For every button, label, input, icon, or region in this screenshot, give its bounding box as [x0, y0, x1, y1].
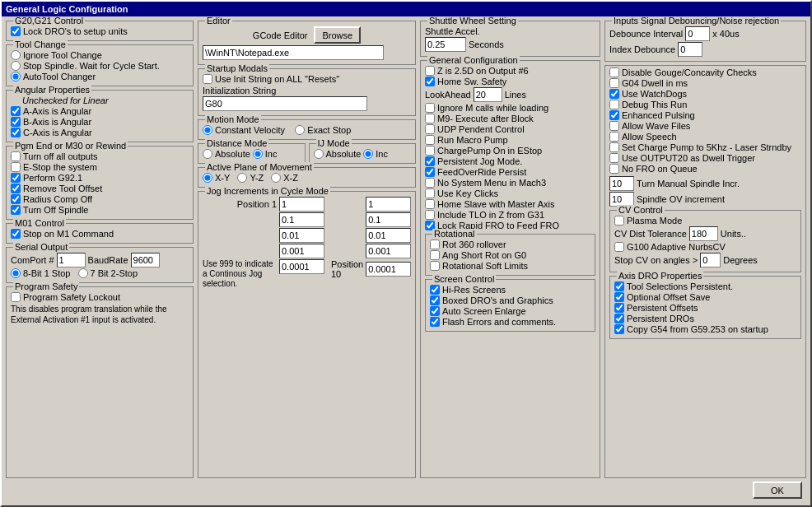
boxed-dros-checkbox[interactable]: [430, 295, 440, 305]
estop-checkbox[interactable]: [11, 162, 21, 172]
index-debounce-input[interactable]: [678, 42, 702, 57]
allow-wave-checkbox[interactable]: [609, 121, 619, 131]
jog-pos5-input[interactable]: [279, 259, 324, 274]
hires-screens-checkbox[interactable]: [430, 285, 440, 295]
lookahead-input[interactable]: [474, 87, 502, 102]
spindle-incr-input[interactable]: [609, 176, 634, 191]
stop-cv-input[interactable]: [700, 253, 721, 267]
udp-pendent-checkbox[interactable]: [425, 124, 435, 134]
no-fro-queue-checkbox[interactable]: [609, 164, 619, 174]
persistent-offsets-checkbox[interactable]: [614, 303, 624, 313]
persistent-jog-checkbox[interactable]: [425, 156, 435, 166]
no-system-menu-label: No System Menu in Mach3: [437, 178, 546, 188]
debounce-input[interactable]: [685, 26, 710, 41]
z-25d-checkbox[interactable]: [425, 66, 435, 76]
rotational-soft-checkbox[interactable]: [430, 261, 440, 271]
ij-inc-radio[interactable]: [363, 149, 373, 159]
jog-pos3-input[interactable]: [279, 228, 324, 243]
ok-button[interactable]: OK: [753, 481, 802, 499]
autotool-radio[interactable]: [11, 72, 21, 81]
include-tlo-checkbox[interactable]: [425, 210, 435, 220]
angular-title: Angular Properties: [13, 85, 91, 95]
use-watchdogs-checkbox[interactable]: [609, 89, 619, 99]
com-port-input[interactable]: [57, 253, 86, 267]
turn-off-outputs-label: Turn off all outputs: [23, 151, 98, 161]
feedoverride-label: FeedOverRide Persist: [437, 167, 526, 177]
remove-tool-checkbox[interactable]: [11, 184, 21, 193]
cv-dist-input[interactable]: [689, 226, 718, 241]
dist-absolute-radio[interactable]: [203, 149, 212, 159]
program-safety-checkbox[interactable]: [11, 292, 21, 302]
stop-m1-checkbox[interactable]: [11, 229, 21, 239]
col2: Editor GCode Editor Browse Startup Modal…: [198, 21, 416, 478]
ij-absolute-radio[interactable]: [314, 149, 324, 159]
exact-stop-radio[interactable]: [295, 125, 305, 135]
serial-title: Serial Output: [13, 242, 69, 252]
lookahead-label: LookAhead: [425, 90, 471, 100]
browse-button[interactable]: Browse: [314, 26, 361, 44]
radius-comp-checkbox[interactable]: [11, 194, 21, 204]
lock-dros-checkbox[interactable]: [11, 26, 21, 36]
c-axis-checkbox[interactable]: [11, 128, 21, 137]
set-charge-5khz-checkbox[interactable]: [609, 142, 619, 152]
8bit-radio[interactable]: [11, 268, 21, 278]
ang-short-checkbox[interactable]: [430, 250, 440, 260]
plane-xy-radio[interactable]: [203, 173, 212, 183]
m9-execute-checkbox[interactable]: [425, 114, 435, 123]
editor-group: Editor GCode Editor Browse: [198, 21, 416, 65]
jog-pos2-input[interactable]: [279, 212, 324, 227]
persistent-dros-checkbox[interactable]: [614, 314, 624, 323]
init-string-input[interactable]: [203, 96, 367, 111]
persistent-jog-label: Persistent Jog Mode.: [437, 156, 522, 166]
feedoverride-checkbox[interactable]: [425, 167, 435, 177]
copy-g54-checkbox[interactable]: [614, 324, 624, 334]
no-system-menu-checkbox[interactable]: [425, 178, 435, 188]
run-macro-pump-checkbox[interactable]: [425, 135, 435, 145]
set-charge-5khz-label: Set Charge Pump to 5Khz - Laser Strndby: [622, 142, 791, 152]
disable-gouge-checkbox[interactable]: [609, 67, 619, 77]
allow-speech-checkbox[interactable]: [609, 132, 619, 142]
a-axis-checkbox[interactable]: [11, 106, 21, 116]
g100-adaptive-checkbox[interactable]: [614, 242, 624, 252]
ignore-m-calls-checkbox[interactable]: [425, 103, 435, 113]
use-key-clicks-checkbox[interactable]: [425, 188, 435, 198]
plasma-mode-checkbox[interactable]: [614, 216, 624, 226]
stop-spindle-radio[interactable]: [11, 61, 21, 71]
constant-velocity-radio[interactable]: [203, 125, 212, 135]
7bit-radio[interactable]: [78, 268, 88, 278]
motion-mode-group: Motion Mode Constant Velocity Exact Stop: [198, 119, 416, 140]
jog-pos7-input[interactable]: [366, 212, 411, 227]
jog-pos1-input[interactable]: [279, 197, 324, 212]
turn-off-outputs-checkbox[interactable]: [11, 151, 21, 161]
jog-pos9-input[interactable]: [366, 244, 411, 258]
startup-modals-group: Startup Modals Use Init String on ALL "R…: [198, 68, 416, 116]
optional-offset-checkbox[interactable]: [614, 292, 624, 302]
jog-pos8-input[interactable]: [366, 228, 411, 243]
turn-off-spindle-checkbox[interactable]: [11, 205, 21, 215]
charge-pump-checkbox[interactable]: [425, 146, 435, 156]
axis-dro-group: Axis DRO Properties Tool Selections Pers…: [609, 276, 801, 339]
jog-pos10-input[interactable]: [366, 262, 411, 277]
enhanced-pulsing-checkbox[interactable]: [609, 110, 619, 120]
g04-dwell-checkbox[interactable]: [609, 78, 619, 88]
tool-selections-checkbox[interactable]: [614, 281, 624, 291]
b-axis-checkbox[interactable]: [11, 117, 21, 127]
dist-inc-radio[interactable]: [253, 149, 263, 159]
home-slave-checkbox[interactable]: [425, 199, 435, 209]
use-init-string-checkbox[interactable]: [203, 74, 212, 84]
debug-this-run-checkbox[interactable]: [609, 100, 619, 109]
use-output20-checkbox[interactable]: [609, 153, 619, 163]
home-sw-checkbox[interactable]: [425, 77, 435, 86]
plane-xz-radio[interactable]: [271, 173, 281, 183]
perform-g921-checkbox[interactable]: [11, 173, 21, 183]
flash-errors-checkbox[interactable]: [430, 317, 440, 327]
baud-input[interactable]: [131, 253, 160, 267]
jog-pos4-input[interactable]: [279, 244, 324, 258]
plane-yz-radio[interactable]: [237, 173, 247, 183]
ignore-tool-radio[interactable]: [11, 50, 21, 60]
jog-pos6-input[interactable]: [366, 197, 411, 212]
gcode-path-input[interactable]: [203, 45, 384, 60]
auto-screen-checkbox[interactable]: [430, 306, 440, 316]
shuttle-accel-input[interactable]: [425, 37, 466, 52]
rot-360-checkbox[interactable]: [430, 240, 440, 249]
